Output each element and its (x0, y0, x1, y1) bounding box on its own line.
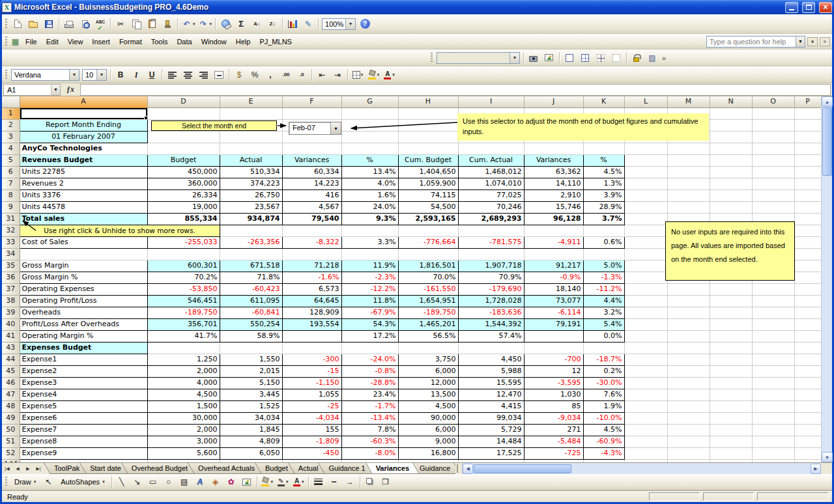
chevron-down-icon[interactable]: ▼ (345, 19, 355, 29)
fill-color-icon[interactable]: ▾ (260, 475, 274, 489)
cell-E37[interactable]: -60,423 (220, 283, 282, 295)
cell[interactable] (398, 225, 458, 236)
row-header-50[interactable]: 50 (2, 424, 20, 436)
month-selector[interactable]: Feb-07 ▼ (289, 122, 341, 135)
cell[interactable] (752, 459, 794, 462)
cell-D37[interactable]: -53,850 (147, 283, 220, 295)
cell-A38[interactable]: Operating Profit/Loss (20, 295, 147, 307)
row-header-8[interactable]: 8 (2, 189, 20, 201)
cell[interactable] (667, 201, 710, 213)
sheet-tab-overhead-budget[interactable]: Overhead Budget (123, 463, 196, 474)
chevron-down-icon[interactable]: ▾ (302, 479, 304, 484)
select-all-corner[interactable] (2, 96, 20, 107)
cell-D144[interactable] (147, 459, 220, 462)
cell[interactable] (624, 354, 667, 365)
close-button[interactable]: × (819, 2, 832, 13)
merge-and-center-icon[interactable] (212, 68, 226, 82)
cell[interactable] (794, 283, 821, 295)
cell-K36[interactable]: -1.3% (583, 272, 624, 283)
help-icon[interactable]: ? (358, 17, 372, 31)
cell-I7[interactable]: 1,074,010 (458, 178, 524, 189)
cell[interactable] (624, 365, 667, 377)
menu-grip[interactable] (5, 36, 7, 47)
cell-G51[interactable]: -60.3% (341, 436, 398, 447)
cell[interactable] (624, 213, 667, 225)
cell[interactable] (341, 225, 398, 236)
paste-icon[interactable] (145, 17, 159, 31)
cell-A1[interactable] (20, 107, 147, 119)
borders-icon[interactable]: ▾ (351, 68, 365, 82)
cell-K9[interactable]: 28.9% (583, 201, 624, 213)
cell-J38[interactable]: 73,077 (524, 295, 583, 307)
cell[interactable] (752, 330, 794, 342)
cell-E6[interactable]: 510,334 (220, 166, 282, 178)
cell[interactable] (624, 154, 667, 166)
chart-wizard-icon[interactable] (285, 17, 300, 31)
cell-H39[interactable]: -189,750 (398, 307, 458, 318)
cell-I36[interactable]: 70.9% (458, 272, 524, 283)
cell-H34[interactable] (398, 248, 458, 260)
cell[interactable] (752, 283, 794, 295)
cell-F37[interactable]: 6,573 (282, 283, 341, 295)
cell-E7[interactable]: 374,223 (220, 178, 282, 189)
cell-G1[interactable] (341, 107, 398, 119)
cell-K8[interactable]: 3.9% (583, 189, 624, 201)
percent-style-icon[interactable]: % (248, 68, 262, 82)
cell-A49[interactable]: Expense6 (20, 412, 147, 424)
menu-edit[interactable]: Edit (42, 36, 63, 48)
chevron-down-icon[interactable]: ▾ (377, 72, 380, 77)
vertical-scroll-thumb[interactable] (822, 107, 832, 176)
cell-D46[interactable]: 4,000 (147, 377, 220, 389)
cell[interactable] (710, 283, 752, 295)
3d-style-icon[interactable]: ❒ (379, 475, 393, 489)
cell-F49[interactable]: -4,034 (282, 412, 341, 424)
cell-I46[interactable]: 15,595 (458, 377, 524, 389)
cell-A6[interactable]: Units 22785 (20, 166, 147, 178)
help-search-box[interactable]: Type a question for help ▼ (706, 36, 805, 48)
cell-F51[interactable]: -1,809 (282, 436, 341, 447)
open-icon[interactable] (26, 17, 40, 31)
cell-J50[interactable]: 271 (524, 424, 583, 436)
cell-F50[interactable]: 155 (282, 424, 341, 436)
selector-note[interactable]: Use this selector to adjust the month en… (457, 113, 709, 141)
column-header-L[interactable]: L (624, 96, 667, 107)
cell[interactable] (710, 389, 752, 400)
cell-E39[interactable]: -60,841 (220, 307, 282, 318)
cell-I40[interactable]: 1,544,392 (458, 318, 524, 330)
cell-I45[interactable]: 5,988 (458, 365, 524, 377)
cell-K41[interactable]: 0.0% (583, 330, 624, 342)
chevron-down-icon[interactable]: ▼ (96, 70, 106, 80)
comma-style-icon[interactable]: , (263, 68, 278, 82)
cell[interactable] (710, 365, 752, 377)
cell-D52[interactable]: 5,600 (147, 447, 220, 459)
cell[interactable] (794, 400, 821, 412)
arrow-style-icon[interactable]: → (343, 475, 357, 489)
cell-E3[interactable] (220, 131, 282, 143)
cell[interactable] (624, 166, 667, 178)
cell-J36[interactable]: -0.9% (524, 272, 583, 283)
cell-I37[interactable]: -179,690 (458, 283, 524, 295)
cell[interactable] (458, 225, 524, 236)
cell[interactable] (794, 154, 821, 166)
minimize-button[interactable] (785, 2, 798, 13)
row-header-34[interactable]: 34 (2, 248, 20, 260)
cell-A41[interactable]: Operating Margin % (20, 330, 147, 342)
line-icon[interactable]: ╲ (115, 475, 129, 489)
cell-D36[interactable]: 70.2% (147, 272, 220, 283)
menu-window[interactable]: Window (197, 36, 231, 48)
cell[interactable] (794, 307, 821, 318)
wordart-icon[interactable]: A (193, 475, 207, 489)
cell[interactable] (794, 248, 821, 260)
cell[interactable] (794, 295, 821, 307)
cell-K31[interactable]: 3.7% (583, 213, 624, 225)
spelling-icon[interactable]: ABC (93, 17, 108, 31)
select-objects-icon[interactable]: ↖ (41, 475, 55, 489)
bold-icon[interactable]: B (113, 68, 128, 82)
cell-E31[interactable]: 934,874 (220, 213, 282, 225)
cell-A5[interactable]: Revenues Budget (20, 154, 147, 166)
lock-cell-icon[interactable] (629, 51, 644, 65)
menu-data[interactable]: Data (172, 36, 196, 48)
cell-H45[interactable]: 6,000 (398, 365, 458, 377)
cell-I50[interactable]: 5,729 (458, 424, 524, 436)
cell-J6[interactable]: 63,362 (524, 166, 583, 178)
